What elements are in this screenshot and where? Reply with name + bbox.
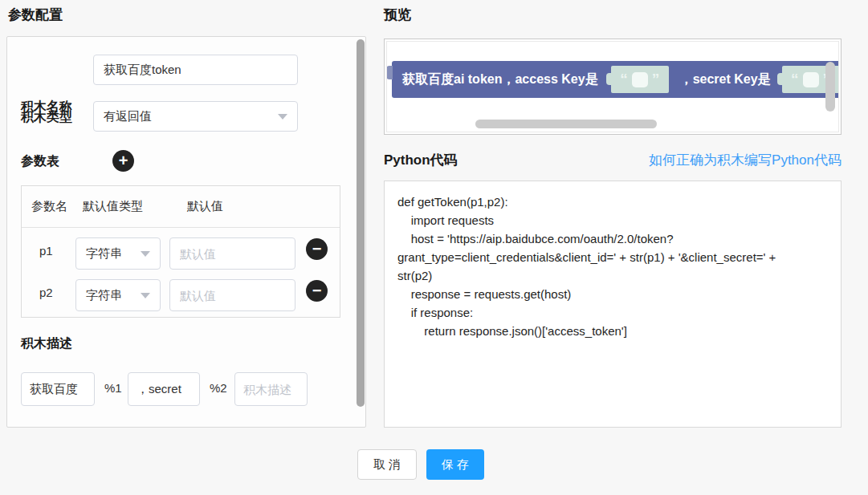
add-param-button[interactable]: + (112, 150, 134, 172)
param-table: 参数名 默认值类型 默认值 p1 字符串 − p2 字符串 (21, 185, 340, 318)
param-type-value: 字符串 (86, 246, 122, 262)
plus-icon: + (119, 152, 128, 169)
block-type-label: 积木类型 (21, 109, 72, 126)
col-header-default-type: 默认值类型 (83, 199, 143, 214)
desc-segment-input[interactable] (128, 372, 200, 406)
slot-connector-tab (606, 73, 612, 85)
param-type-select[interactable]: 字符串 (75, 237, 161, 270)
block-preview-box: 获取百度ai token，access Key是 “ ” ，secret Key… (384, 39, 842, 135)
preview-section-title: 预览 (384, 6, 411, 24)
block-desc-row: %1 %2 (7, 372, 365, 406)
cancel-button[interactable]: 取 消 (357, 449, 417, 480)
param-table-header: 参数名 默认值类型 默认值 (22, 186, 340, 228)
minus-icon: − (312, 282, 322, 299)
desc-placeholder-token: %2 (210, 381, 227, 395)
panel-scrollbar[interactable] (357, 39, 365, 407)
save-button[interactable]: 保 存 (426, 449, 484, 480)
preview-horizontal-scrollbar[interactable] (475, 120, 657, 128)
param-name: p2 (39, 286, 53, 299)
parameter-config-panel: 积木名称 积木类型 有返回值 参数表 + 参数名 默认值类型 默认值 p1 字符… (6, 36, 366, 428)
open-quote-icon: “ (620, 66, 628, 93)
close-quote-icon: ” (652, 66, 660, 93)
block-text-middle: ，secret Key是 (680, 71, 771, 88)
chevron-down-icon (278, 114, 287, 120)
param-default-input[interactable] (169, 279, 295, 311)
block-name-input[interactable] (93, 55, 298, 85)
block-text-before: 获取百度ai token，access Key是 (402, 71, 598, 88)
python-code-editor[interactable]: def getToken(p1,p2): import requests hos… (385, 181, 841, 427)
param-table-label: 参数表 (21, 153, 59, 170)
string-input-slot[interactable]: “ ” (611, 66, 669, 93)
chevron-down-icon (141, 251, 150, 257)
block-type-select[interactable]: 有返回值 (93, 101, 298, 132)
block-type-selected-value: 有返回值 (104, 109, 152, 124)
table-row: p2 字符串 − (22, 274, 340, 316)
block-config-dialog: 参数配置 积木名称 积木类型 有返回值 参数表 + 参数名 默认值类型 默认值 … (0, 0, 868, 495)
param-type-value: 字符串 (86, 288, 122, 303)
string-value-field[interactable] (803, 72, 819, 87)
col-header-param-name: 参数名 (31, 199, 67, 214)
desc-segment-input[interactable] (21, 372, 95, 406)
minus-icon: − (312, 240, 322, 258)
col-header-default-value: 默认值 (187, 199, 223, 214)
desc-segment-input-empty[interactable] (234, 372, 308, 406)
python-help-link[interactable]: 如何正确为积木编写Python代码 (649, 151, 842, 169)
block-desc-label: 积木描述 (21, 335, 72, 352)
output-connector-tab (386, 66, 393, 79)
table-row: p1 字符串 − (22, 233, 340, 274)
blockly-workspace[interactable]: 获取百度ai token，access Key是 “ ” ，secret Key… (386, 41, 839, 132)
param-name: p1 (39, 244, 53, 258)
python-code-title: Python代码 (384, 151, 458, 169)
param-type-select[interactable]: 字符串 (75, 279, 161, 311)
python-code-box: def getToken(p1,p2): import requests hos… (384, 181, 842, 428)
string-value-field[interactable] (632, 72, 648, 87)
open-quote-icon: “ (791, 66, 799, 93)
left-section-title: 参数配置 (8, 6, 63, 24)
param-default-input[interactable] (169, 237, 295, 270)
desc-placeholder-token: %1 (104, 381, 122, 395)
remove-param-button[interactable]: − (306, 238, 328, 260)
preview-block[interactable]: 获取百度ai token，access Key是 “ ” ，secret Key… (392, 61, 839, 98)
slot-connector-tab (777, 73, 783, 85)
preview-vertical-scrollbar[interactable] (825, 62, 835, 112)
remove-param-button[interactable]: − (306, 280, 328, 302)
chevron-down-icon (141, 293, 150, 298)
